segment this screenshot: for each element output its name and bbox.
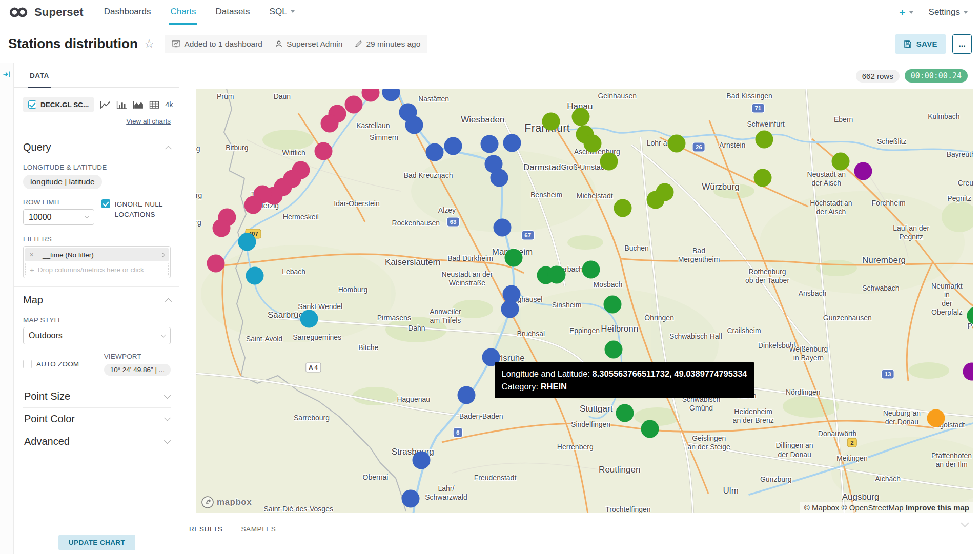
brand-name: Superset: [34, 6, 84, 19]
map-data-point[interactable]: [493, 218, 511, 236]
pencil-icon: [355, 40, 362, 48]
map-data-point[interactable]: [600, 152, 618, 170]
tab-data[interactable]: DATA: [28, 63, 51, 88]
map-data-point[interactable]: [444, 137, 462, 155]
map-data-point[interactable]: [412, 451, 430, 469]
map-data-point[interactable]: [300, 310, 318, 327]
chevron-down-icon: [84, 214, 89, 219]
last-modified[interactable]: 29 minutes ago: [355, 39, 420, 49]
map-data-point[interactable]: [314, 142, 332, 160]
tab-samples[interactable]: SAMPLES: [241, 525, 276, 533]
map-data-point[interactable]: [755, 131, 773, 149]
map-data-point[interactable]: [457, 386, 475, 404]
section-point-color[interactable]: Point Color: [23, 407, 171, 430]
settings-menu[interactable]: Settings: [929, 7, 968, 17]
remove-filter-icon[interactable]: ×: [25, 251, 38, 259]
results-panel: RESULTSSAMPLES: [179, 513, 980, 554]
map-data-point[interactable]: [401, 489, 419, 507]
auto-zoom-checkbox[interactable]: [23, 360, 32, 368]
mapbox-attribution-link[interactable]: © Mapbox: [804, 503, 840, 512]
lonlat-label: LONGITUDE & LATITUDE: [23, 163, 171, 171]
improve-map-link[interactable]: Improve this map: [906, 503, 969, 512]
chevron-down-icon: [161, 332, 166, 337]
nav-item-datasets[interactable]: Datasets: [215, 0, 251, 25]
map-data-point[interactable]: [344, 95, 362, 113]
line-chart-icon[interactable]: [100, 100, 111, 109]
chart-owner[interactable]: Superset Admin: [275, 39, 342, 49]
chevron-down-icon: [961, 519, 969, 527]
favorite-star-icon[interactable]: ☆: [144, 37, 155, 51]
section-query[interactable]: Query: [23, 141, 171, 153]
filter-drop-zone[interactable]: + Drop columns/metrics here or click: [25, 263, 169, 276]
map-data-point[interactable]: [501, 300, 519, 318]
filter-chip-time[interactable]: × __time (No filter): [25, 248, 169, 261]
map-data-point[interactable]: [641, 420, 659, 438]
map-data-point[interactable]: [547, 265, 565, 283]
map-data-point[interactable]: [604, 295, 622, 313]
nav-item-charts[interactable]: Charts: [169, 0, 197, 25]
map-data-point[interactable]: [582, 260, 600, 278]
section-map[interactable]: Map: [23, 294, 171, 306]
map-data-point[interactable]: [571, 108, 589, 126]
nav-item-dashboards[interactable]: Dashboards: [103, 0, 152, 25]
chevron-up-icon: [165, 298, 172, 305]
map-data-point[interactable]: [854, 162, 872, 180]
map-data-point[interactable]: [616, 404, 634, 422]
map-data-point[interactable]: [505, 249, 523, 266]
expand-panel-icon[interactable]: [3, 70, 11, 78]
map-data-point[interactable]: [667, 134, 685, 152]
map-data-point[interactable]: [244, 196, 262, 214]
query-timer-badge: 00:00:00.24: [905, 69, 968, 83]
new-item-dropdown[interactable]: +: [899, 7, 913, 18]
map-data-point[interactable]: [405, 116, 423, 134]
viz-type-deckgl-scatter[interactable]: DECK.GL SC...: [23, 97, 94, 112]
save-button[interactable]: SAVE: [895, 34, 946, 54]
row-count-badge: 662 rows: [856, 70, 900, 83]
map-data-point[interactable]: [604, 341, 622, 359]
4k-icon[interactable]: 4k: [165, 100, 173, 109]
map-data-point[interactable]: [425, 143, 443, 161]
table-chart-icon[interactable]: [149, 100, 159, 109]
map-data-point[interactable]: [831, 153, 849, 171]
ignore-null-checkbox[interactable]: [101, 199, 110, 208]
section-advanced[interactable]: Advanced: [23, 430, 171, 453]
row-limit-select[interactable]: 10000: [23, 209, 94, 225]
mapbox-logo[interactable]: mapbox: [201, 496, 252, 509]
map-data-point[interactable]: [207, 255, 225, 273]
chevron-right-icon: [160, 252, 165, 257]
map-data-point[interactable]: [656, 183, 673, 201]
map-data-point[interactable]: [503, 134, 521, 152]
superset-logo[interactable]: Superset: [0, 0, 91, 25]
bar-chart-icon[interactable]: [116, 100, 127, 109]
map-data-point[interactable]: [481, 135, 499, 153]
map-data-point[interactable]: [213, 219, 231, 237]
update-chart-button[interactable]: UPDATE CHART: [58, 535, 135, 550]
chevron-down-icon: [291, 10, 295, 13]
viewport-value-pill[interactable]: 10° 24' 49.86" | ...: [104, 364, 171, 376]
ignore-null-label: IGNORE NULL LOCATIONS: [115, 199, 171, 219]
view-all-charts-link[interactable]: View all charts: [126, 117, 171, 125]
dashboards-count[interactable]: Added to 1 dashboard: [172, 39, 262, 49]
map-data-point[interactable]: [614, 199, 631, 217]
nav-item-sql[interactable]: SQL: [269, 0, 296, 25]
area-chart-icon[interactable]: [133, 100, 144, 109]
map-attribution: © Mapbox © OpenStreetMap Improve this ma…: [800, 502, 973, 513]
map-data-point[interactable]: [583, 134, 601, 152]
map-style-select[interactable]: Outdoors: [23, 327, 171, 344]
deckgl-map-canvas[interactable]: PrümDaunNastättenGelnhausenBad Kissingen…: [196, 89, 973, 513]
collapse-results-button[interactable]: [962, 520, 968, 530]
map-data-point[interactable]: [753, 169, 771, 187]
more-options-button[interactable]: ...: [952, 34, 972, 54]
tab-results[interactable]: RESULTS: [189, 525, 222, 533]
lonlat-value-pill[interactable]: longitude | latitude: [23, 175, 102, 189]
map-data-point[interactable]: [246, 267, 264, 285]
map-data-point[interactable]: [542, 112, 560, 130]
collapse-panel-rail[interactable]: [0, 63, 14, 554]
osm-attribution-link[interactable]: © OpenStreetMap: [842, 503, 904, 512]
section-point-size[interactable]: Point Size: [23, 385, 171, 407]
map-data-point[interactable]: [238, 233, 256, 251]
navbar: Superset DashboardsChartsDatasetsSQL + S…: [0, 0, 980, 25]
map-data-point[interactable]: [320, 114, 338, 132]
map-data-point[interactable]: [490, 169, 508, 187]
map-data-point[interactable]: [927, 409, 945, 427]
